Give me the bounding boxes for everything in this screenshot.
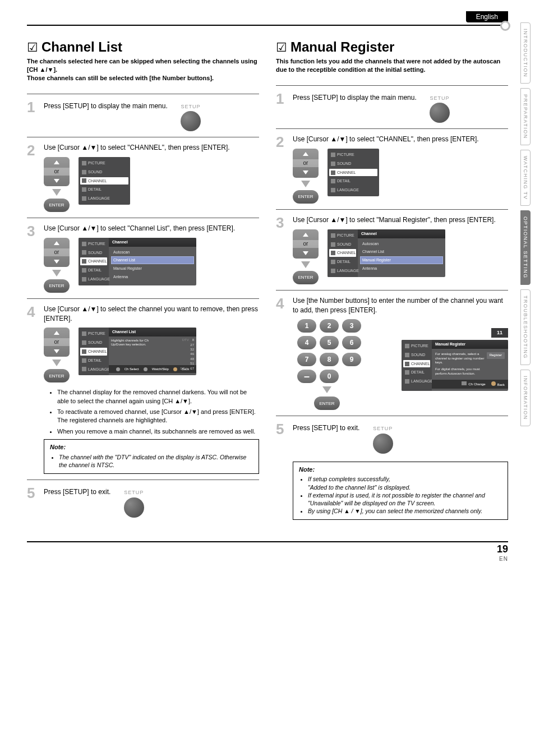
enter-button-icon: ENTER (44, 279, 70, 293)
key-8: 8 (320, 353, 339, 366)
key-2: 2 (320, 319, 339, 333)
tab-troubleshooting[interactable]: TROUBLESHOOTING (520, 289, 531, 365)
step-3: 3 Use [Cursor ▲/▼] to select "Manual Reg… (276, 209, 508, 290)
key-9: 9 (342, 353, 361, 366)
tab-watching-tv[interactable]: WATCHING TV (520, 150, 531, 206)
enter-button-icon: ENTER (314, 397, 340, 410)
step-2: 2 Use [Cursor ▲/▼] to select "CHANNEL", … (276, 128, 508, 209)
osd-item: DETAIL (80, 186, 128, 193)
step-text: Press [SETUP] to display the main menu. (44, 102, 168, 110)
step-1: 1 Press [SETUP] to display the main menu… (27, 94, 259, 137)
section-heading: Manual Register (290, 39, 394, 55)
setup-button-icon (124, 497, 144, 518)
osd-manual-register: PICTURE SOUND CHANNEL DETAIL LANGUAGE Ma… (402, 340, 508, 391)
step-text: Use [Cursor ▲/▼] to select "Manual Regis… (293, 216, 496, 224)
osd-item: PICTURE (80, 159, 128, 167)
osd-header: Channel (109, 238, 196, 247)
manual-register-section: ☑ Manual Register This function lets you… (276, 39, 508, 525)
step-text: Use [Cursor ▲/▼] to select "CHANNEL", th… (44, 144, 230, 151)
setup-button-icon (373, 434, 393, 454)
step-4: 4 Use [Cursor ▲/▼] to select the channel… (27, 298, 259, 480)
key-0: 0 (320, 370, 339, 383)
setup-button-icon (430, 103, 450, 123)
section-heading: Channel List (41, 39, 122, 55)
step-2: 2 Use [Cursor ▲/▼] to select "CHANNEL", … (27, 137, 259, 218)
step-text: Press [SETUP] to display the main menu. (293, 94, 417, 102)
osd-channel-list: PICTURE SOUND CHANNEL DETAIL LANGUAGE Ch… (79, 328, 196, 375)
step-text: Press [SETUP] to exit. (44, 488, 110, 496)
note-box: Note: If setup completes successfully, "… (293, 462, 508, 520)
col-page-badge: 11 (491, 328, 508, 338)
osd-channel-menu: PICTURE SOUND CHANNEL DETAIL LANGUAGE Ch… (328, 229, 445, 277)
page-number: 19 (27, 541, 508, 555)
enter-button-icon: ENTER (44, 199, 70, 212)
setup-button-icon (181, 111, 201, 131)
step-text: Use [Cursor ▲/▼] to select "CHANNEL", th… (293, 135, 479, 143)
section-description: This function lets you add the channels … (276, 57, 508, 74)
bullets: The channel display for the removed chan… (50, 388, 259, 436)
arrow-down-icon (301, 181, 310, 187)
step-5: 5 Press [SETUP] to exit. SETUP Note: If … (276, 416, 508, 525)
key-dash: – (297, 370, 316, 383)
lang-label: EN (499, 556, 508, 562)
key-5: 5 (320, 336, 339, 349)
setup-label: SETUP (181, 103, 201, 110)
arrow-down-icon (52, 189, 61, 196)
channel-list-section: ☑ Channel List The channels selected her… (27, 39, 259, 525)
step-1: 1 Press [SETUP] to display the main menu… (276, 85, 508, 129)
step-text: Use [Cursor ▲/▼] to select "Channel List… (44, 224, 235, 232)
arrow-down-icon (52, 270, 61, 276)
key-3: 3 (342, 319, 361, 333)
key-1: 1 (297, 319, 316, 333)
section-tabs: INTRODUCTION PREPARATION WATCHING TV OPT… (520, 22, 531, 426)
key-6: 6 (342, 336, 361, 349)
section-description: The channels selected here can be skippe… (27, 57, 259, 82)
cursor-pad-icon: or ENTER (293, 149, 319, 204)
cursor-pad-icon: or ENTER (44, 157, 70, 212)
enter-button-icon: ENTER (293, 271, 319, 284)
tab-introduction[interactable]: INTRODUCTION (520, 22, 531, 84)
step-5: 5 Press [SETUP] to exit. SETUP (27, 480, 259, 523)
cursor-pad-icon: or ENTER (293, 229, 319, 284)
step-3: 3 Use [Cursor ▲/▼] to select "Channel Li… (27, 218, 259, 298)
channel-rows: DTV8 27 32 46 48 51 DTV67 (180, 338, 194, 371)
tab-information[interactable]: INFORMATION (520, 370, 531, 426)
cursor-pad-icon: or ENTER (44, 238, 70, 293)
check-icon: ☑ (27, 40, 38, 55)
key-7: 7 (297, 353, 316, 366)
osd-item: SOUND (80, 168, 128, 176)
osd-item-selected: CHANNEL (80, 177, 128, 185)
step-text: Use [the Number buttons] to enter the nu… (293, 297, 503, 314)
osd-channel-menu: PICTURE SOUND CHANNEL DETAIL LANGUAGE Ch… (79, 238, 196, 285)
bullet-decor-icon (500, 21, 510, 31)
number-pad: 1 2 3 4 5 6 7 8 9 – 0 (293, 319, 361, 410)
step-text: Press [SETUP] to exit. (293, 424, 359, 432)
cursor-pad-icon: or ENTER (44, 328, 70, 382)
tab-preparation[interactable]: PREPARATION (520, 88, 531, 145)
note-box: Note: The channel with the "DTV" indicat… (44, 439, 259, 474)
page-footer: 19 EN (27, 541, 508, 562)
osd-item: LANGUAGE (80, 195, 128, 202)
arrow-down-icon (301, 261, 310, 268)
arrow-down-icon (322, 386, 331, 393)
step-text: Use [Cursor ▲/▼] to select the channel y… (44, 305, 258, 322)
language-badge: English (466, 11, 508, 22)
enter-button-icon: ENTER (44, 369, 70, 382)
tab-optional-setting[interactable]: OPTIONAL SETTING (520, 210, 531, 285)
check-icon: ☑ (276, 40, 287, 55)
key-4: 4 (297, 336, 316, 349)
osd-menu: PICTURE SOUND CHANNEL DETAIL LANGUAGE (328, 149, 379, 196)
arrow-down-icon (52, 359, 61, 366)
osd-menu: PICTURE SOUND CHANNEL DETAIL LANGUAGE (79, 157, 130, 205)
enter-button-icon: ENTER (293, 190, 319, 204)
step-4: 4 Use [the Number buttons] to enter the … (276, 290, 508, 416)
osd-register-button: Register (487, 352, 505, 359)
